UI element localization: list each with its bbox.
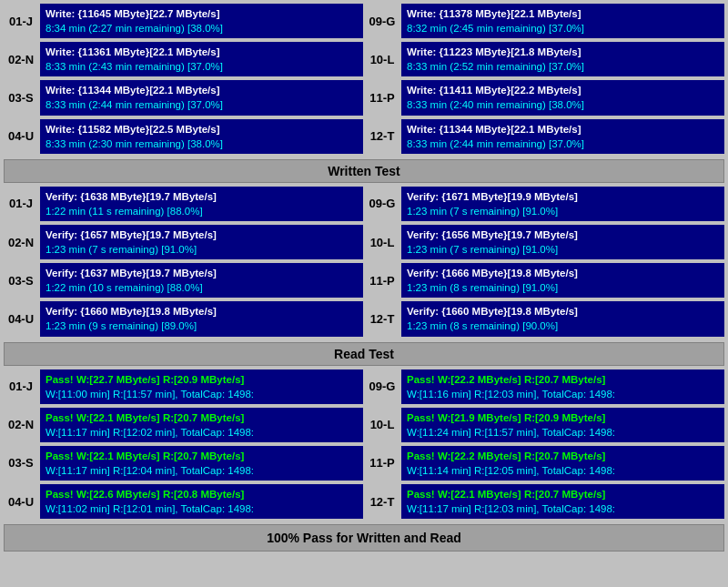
- verify-row-03s: 03-S Verify: {1637 MByte}[19.7 MByte/s] …: [4, 263, 363, 298]
- line1-04u-verify: Verify: {1660 MByte}[19.8 MByte/s]: [46, 304, 358, 319]
- line2-04u-read: W:[11:02 min] R:[12:01 min], TotalCap: 1…: [46, 501, 358, 516]
- label-02n-write: 02-N: [4, 42, 38, 76]
- info-03s-verify: Verify: {1637 MByte}[19.7 MByte/s] 1:22 …: [40, 263, 363, 298]
- info-03s-read: Pass! W:[22.1 MByte/s] R:[20.7 MByte/s] …: [40, 446, 363, 481]
- line1-03s-write: Write: {11344 MByte}[22.1 MByte/s]: [46, 83, 358, 97]
- label-01j-verify: 01-J: [4, 187, 38, 221]
- verify-row-01j: 01-J Verify: {1638 MByte}[19.7 MByte/s] …: [4, 187, 363, 221]
- line1-02n-write: Write: {11361 MByte}[22.1 MByte/s]: [46, 45, 358, 59]
- write-row-11p: 11-P Write: {11411 MByte}[22.2 MByte/s] …: [365, 80, 724, 115]
- line2-12t-verify: 1:23 min (8 s remaining) [90.0%]: [407, 319, 719, 333]
- write-row-01j: 01-J Write: {11645 MByte}[22.7 MByte/s] …: [4, 4, 363, 38]
- write-row-10l: 10-L Write: {11223 MByte}[21.8 MByte/s] …: [365, 42, 724, 76]
- line2-03s-write: 8:33 min (2:44 min remaining) [37.0%]: [46, 97, 358, 112]
- write-left: 01-J Write: {11645 MByte}[22.7 MByte/s] …: [4, 4, 363, 156]
- info-04u-verify: Verify: {1660 MByte}[19.8 MByte/s] 1:23 …: [40, 301, 363, 336]
- label-11p-write: 11-P: [365, 80, 399, 115]
- verify-row-10l: 10-L Verify: {1656 MByte}[19.7 MByte/s] …: [365, 225, 724, 259]
- read-grid: 01-J Pass! W:[22.7 MByte/s] R:[20.9 MByt…: [4, 369, 724, 521]
- info-11p-verify: Verify: {1666 MByte}[19.8 MByte/s] 1:23 …: [401, 263, 724, 298]
- label-12t-write: 12-T: [365, 119, 399, 154]
- line2-04u-write: 8:33 min (2:30 min remaining) [38.0%]: [46, 137, 358, 151]
- line2-10l-verify: 1:23 min (7 s remaining) [91.0%]: [407, 242, 719, 257]
- line2-09g-write: 8:32 min (2:45 min remaining) [37.0%]: [407, 21, 719, 35]
- line2-01j-verify: 1:22 min (11 s remaining) [88.0%]: [46, 204, 358, 218]
- write-row-12t: 12-T Write: {11344 MByte}[22.1 MByte/s] …: [365, 119, 724, 154]
- line2-03s-verify: 1:22 min (10 s remaining) [88.0%]: [46, 280, 358, 295]
- info-04u-read: Pass! W:[22.6 MByte/s] R:[20.8 MByte/s] …: [40, 484, 363, 519]
- line1-03s-read: Pass! W:[22.1 MByte/s] R:[20.7 MByte/s]: [46, 449, 358, 463]
- info-02n-verify: Verify: {1657 MByte}[19.7 MByte/s] 1:23 …: [40, 225, 363, 259]
- line1-09g-verify: Verify: {1671 MByte}[19.9 MByte/s]: [407, 189, 719, 204]
- line2-10l-write: 8:33 min (2:52 min remaining) [37.0%]: [407, 59, 719, 74]
- line2-04u-verify: 1:23 min (9 s remaining) [89.0%]: [46, 319, 358, 333]
- info-11p-read: Pass! W:[22.2 MByte/s] R:[20.7 MByte/s] …: [401, 446, 724, 481]
- line1-11p-read: Pass! W:[22.2 MByte/s] R:[20.7 MByte/s]: [407, 449, 719, 463]
- label-04u-verify: 04-U: [4, 301, 38, 336]
- verify-right: 09-G Verify: {1671 MByte}[19.9 MByte/s] …: [365, 187, 724, 339]
- line2-12t-read: W:[11:17 min] R:[12:03 min], TotalCap: 1…: [407, 501, 719, 516]
- info-04u-write: Write: {11582 MByte}[22.5 MByte/s] 8:33 …: [40, 119, 363, 154]
- info-03s-write: Write: {11344 MByte}[22.1 MByte/s] 8:33 …: [40, 80, 363, 115]
- line1-10l-read: Pass! W:[21.9 MByte/s] R:[20.9 MByte/s]: [407, 410, 719, 425]
- info-01j-verify: Verify: {1638 MByte}[19.7 MByte/s] 1:22 …: [40, 187, 363, 221]
- label-02n-read: 02-N: [4, 408, 38, 442]
- line1-01j-verify: Verify: {1638 MByte}[19.7 MByte/s]: [46, 189, 358, 204]
- line1-10l-write: Write: {11223 MByte}[21.8 MByte/s]: [407, 45, 719, 59]
- label-09g-write: 09-G: [365, 4, 399, 38]
- label-03s-write: 03-S: [4, 80, 38, 115]
- verify-grid: 01-J Verify: {1638 MByte}[19.7 MByte/s] …: [4, 187, 724, 339]
- line2-11p-read: W:[11:14 min] R:[12:05 min], TotalCap: 1…: [407, 463, 719, 478]
- line2-11p-write: 8:33 min (2:40 min remaining) [38.0%]: [407, 97, 719, 112]
- read-row-09g: 09-G Pass! W:[22.2 MByte/s] R:[20.7 MByt…: [365, 369, 724, 404]
- label-03s-verify: 03-S: [4, 263, 38, 298]
- line1-04u-write: Write: {11582 MByte}[22.5 MByte/s]: [46, 122, 358, 137]
- line2-01j-write: 8:34 min (2:27 min remaining) [38.0%]: [46, 21, 358, 35]
- info-01j-write: Write: {11645 MByte}[22.7 MByte/s] 8:34 …: [40, 4, 363, 38]
- line2-10l-read: W:[11:24 min] R:[11:57 min], TotalCap: 1…: [407, 425, 719, 440]
- written-test-header: Written Test: [4, 159, 724, 183]
- read-section: 01-J Pass! W:[22.7 MByte/s] R:[20.9 MByt…: [4, 369, 724, 521]
- read-row-04u: 04-U Pass! W:[22.6 MByte/s] R:[20.8 MByt…: [4, 484, 363, 519]
- write-row-09g: 09-G Write: {11378 MByte}[22.1 MByte/s] …: [365, 4, 724, 38]
- label-10l-read: 10-L: [365, 408, 399, 442]
- label-10l-verify: 10-L: [365, 225, 399, 259]
- read-row-11p: 11-P Pass! W:[22.2 MByte/s] R:[20.7 MByt…: [365, 446, 724, 481]
- line2-09g-read: W:[11:16 min] R:[12:03 min], TotalCap: 1…: [407, 387, 719, 401]
- write-row-04u: 04-U Write: {11582 MByte}[22.5 MByte/s] …: [4, 119, 363, 154]
- label-01j-write: 01-J: [4, 4, 38, 38]
- info-09g-write: Write: {11378 MByte}[22.1 MByte/s] 8:32 …: [401, 4, 724, 38]
- line2-02n-write: 8:33 min (2:43 min remaining) [37.0%]: [46, 59, 358, 74]
- line1-02n-verify: Verify: {1657 MByte}[19.7 MByte/s]: [46, 228, 358, 242]
- info-09g-verify: Verify: {1671 MByte}[19.9 MByte/s] 1:23 …: [401, 187, 724, 221]
- verify-row-02n: 02-N Verify: {1657 MByte}[19.7 MByte/s] …: [4, 225, 363, 259]
- line2-02n-read: W:[11:17 min] R:[12:02 min], TotalCap: 1…: [46, 425, 358, 440]
- line1-11p-write: Write: {11411 MByte}[22.2 MByte/s]: [407, 83, 719, 97]
- final-banner: 100% Pass for Written and Read: [4, 524, 724, 552]
- label-11p-read: 11-P: [365, 446, 399, 481]
- line1-12t-verify: Verify: {1660 MByte}[19.8 MByte/s]: [407, 304, 719, 319]
- info-01j-read: Pass! W:[22.7 MByte/s] R:[20.9 MByte/s] …: [40, 369, 363, 404]
- write-right: 09-G Write: {11378 MByte}[22.1 MByte/s] …: [365, 4, 724, 156]
- line1-02n-read: Pass! W:[22.1 MByte/s] R:[20.7 MByte/s]: [46, 410, 358, 425]
- read-left: 01-J Pass! W:[22.7 MByte/s] R:[20.9 MByt…: [4, 369, 363, 521]
- line2-02n-verify: 1:23 min (7 s remaining) [91.0%]: [46, 242, 358, 257]
- info-10l-verify: Verify: {1656 MByte}[19.7 MByte/s] 1:23 …: [401, 225, 724, 259]
- info-12t-verify: Verify: {1660 MByte}[19.8 MByte/s] 1:23 …: [401, 301, 724, 336]
- line1-01j-read: Pass! W:[22.7 MByte/s] R:[20.9 MByte/s]: [46, 372, 358, 387]
- read-right: 09-G Pass! W:[22.2 MByte/s] R:[20.7 MByt…: [365, 369, 724, 521]
- main-container: 01-J Write: {11645 MByte}[22.7 MByte/s] …: [0, 0, 728, 555]
- verify-row-04u: 04-U Verify: {1660 MByte}[19.8 MByte/s] …: [4, 301, 363, 336]
- line2-03s-read: W:[11:17 min] R:[12:04 min], TotalCap: 1…: [46, 463, 358, 478]
- line1-03s-verify: Verify: {1637 MByte}[19.7 MByte/s]: [46, 266, 358, 280]
- verify-row-11p: 11-P Verify: {1666 MByte}[19.8 MByte/s] …: [365, 263, 724, 298]
- line2-11p-verify: 1:23 min (8 s remaining) [91.0%]: [407, 280, 719, 295]
- line1-09g-write: Write: {11378 MByte}[22.1 MByte/s]: [407, 6, 719, 21]
- line1-04u-read: Pass! W:[22.6 MByte/s] R:[20.8 MByte/s]: [46, 487, 358, 501]
- read-row-12t: 12-T Pass! W:[22.1 MByte/s] R:[20.7 MByt…: [365, 484, 724, 519]
- verify-row-09g: 09-G Verify: {1671 MByte}[19.9 MByte/s] …: [365, 187, 724, 221]
- info-12t-read: Pass! W:[22.1 MByte/s] R:[20.7 MByte/s] …: [401, 484, 724, 519]
- label-09g-read: 09-G: [365, 369, 399, 404]
- line1-09g-read: Pass! W:[22.2 MByte/s] R:[20.7 MByte/s]: [407, 372, 719, 387]
- info-10l-read: Pass! W:[21.9 MByte/s] R:[20.9 MByte/s] …: [401, 408, 724, 442]
